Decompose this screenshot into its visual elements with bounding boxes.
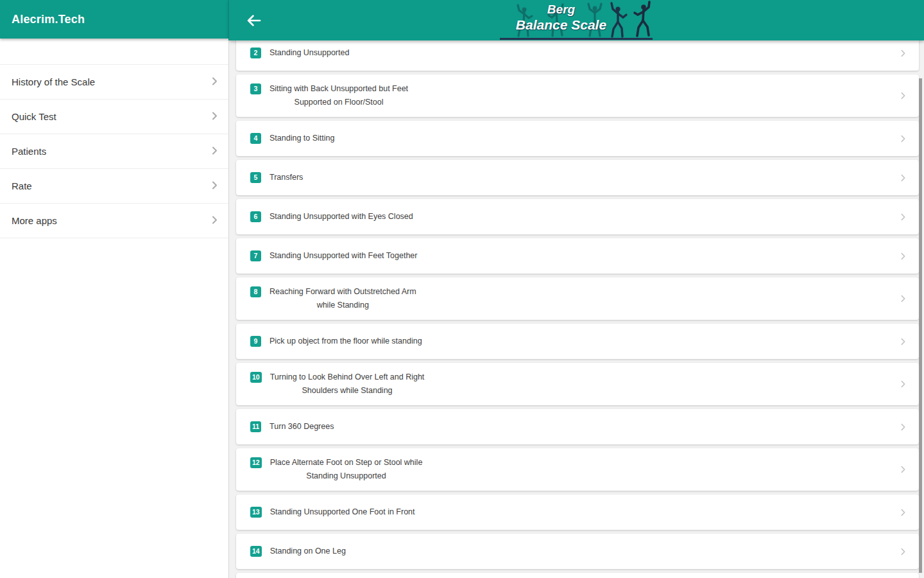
- chevron-right-icon: [899, 508, 907, 516]
- chevron-right-icon: [210, 76, 219, 88]
- item-label: Standing Unsupported with Eyes Closed: [270, 210, 413, 223]
- item-number-badge: 14: [250, 546, 262, 557]
- list-item[interactable]: 12 Place Alternate Foot on Step or Stool…: [236, 448, 919, 491]
- main-pane: Berg Balance Scale 2 Standing Unsupporte…: [229, 0, 924, 578]
- item-label: Standing Unsupported: [270, 46, 349, 60]
- chevron-right-icon: [899, 295, 907, 303]
- list-item-partial: [236, 573, 919, 578]
- sidebar-item-label: Quick Test: [12, 111, 56, 122]
- item-label: Transfers: [270, 171, 303, 184]
- chevron-right-icon: [899, 173, 907, 182]
- sidebar-item-label: History of the Scale: [12, 76, 95, 87]
- logo-title: Berg Balance Scale: [499, 3, 624, 33]
- item-number-badge: 13: [250, 507, 262, 518]
- list-item[interactable]: 13 Standing Unsupported One Foot in Fron…: [236, 495, 919, 530]
- arrow-left-icon: [245, 21, 262, 31]
- item-label: Pick up object from the floor while stan…: [270, 335, 422, 348]
- chevron-right-icon: [210, 111, 219, 123]
- item-label: Reaching Forward with Outstretched Arm w…: [270, 285, 416, 312]
- sidebar-menu-item[interactable]: Rate: [0, 168, 228, 203]
- chevron-right-icon: [899, 423, 907, 431]
- logo-underline: [500, 38, 653, 40]
- app-root: Alecrim.Tech History of the Scale Quick …: [0, 0, 924, 578]
- sidebar-menu-item[interactable]: Quick Test: [0, 99, 228, 134]
- app-logo: Berg Balance Scale: [499, 0, 655, 40]
- chevron-right-icon: [899, 252, 907, 260]
- sidebar: Alecrim.Tech History of the Scale Quick …: [0, 0, 228, 578]
- item-number-badge: 12: [250, 457, 262, 468]
- item-label: Place Alternate Foot on Step or Stool wh…: [270, 456, 423, 483]
- list-item[interactable]: 7 Standing Unsupported with Feet Togethe…: [236, 238, 919, 274]
- sidebar-menu-item[interactable]: Patients: [0, 134, 228, 168]
- item-label: Standing to Sitting: [270, 132, 334, 145]
- list-item[interactable]: 8 Reaching Forward with Outstretched Arm…: [236, 277, 919, 320]
- list-item[interactable]: 3 Sitting with Back Unsupported but Feet…: [236, 74, 919, 117]
- chevron-right-icon: [210, 215, 219, 227]
- logo-line2: Balance Scale: [499, 17, 624, 33]
- item-number-badge: 7: [250, 250, 261, 261]
- item-number-badge: 9: [250, 336, 261, 347]
- list-item[interactable]: 11 Turn 360 Degrees: [236, 409, 919, 444]
- app-title: Alecrim.Tech: [12, 13, 85, 26]
- sidebar-item-label: Patients: [12, 146, 46, 157]
- item-label: Sitting with Back Unsupported but Feet S…: [270, 82, 408, 109]
- item-number-badge: 4: [250, 133, 261, 144]
- list-item[interactable]: 14 Standing on One Leg: [236, 534, 919, 569]
- item-label: Standing Unsupported with Feet Together: [270, 249, 417, 263]
- chevron-right-icon: [899, 337, 907, 346]
- item-label: Turning to Look Behind Over Left and Rig…: [270, 371, 425, 398]
- list-item[interactable]: 10 Turning to Look Behind Over Left and …: [236, 363, 919, 405]
- item-list: 2 Standing Unsupported 3 Sitting with Ba…: [229, 40, 924, 578]
- item-number-badge: 2: [250, 48, 261, 58]
- chevron-right-icon: [210, 180, 219, 192]
- chevron-right-icon: [899, 380, 907, 389]
- list-item[interactable]: 4 Standing to Sitting: [236, 121, 919, 156]
- list-item[interactable]: 6 Standing Unsupported with Eyes Closed: [236, 199, 919, 234]
- chevron-right-icon: [210, 146, 219, 157]
- item-number-badge: 3: [250, 83, 261, 94]
- back-button[interactable]: [243, 9, 265, 31]
- item-number-badge: 8: [250, 286, 261, 297]
- sidebar-menu: History of the Scale Quick Test Patients: [0, 64, 228, 238]
- item-number-badge: 5: [250, 172, 261, 183]
- sidebar-item-label: More apps: [12, 215, 57, 226]
- sidebar-header: Alecrim.Tech: [0, 0, 228, 39]
- pane-divider: [228, 0, 229, 578]
- item-number-badge: 11: [250, 421, 261, 432]
- item-label: Standing on One Leg: [270, 545, 346, 558]
- item-number-badge: 10: [250, 372, 262, 383]
- list-item[interactable]: 9 Pick up object from the floor while st…: [236, 324, 919, 359]
- chevron-right-icon: [899, 49, 907, 57]
- list-item[interactable]: 2 Standing Unsupported: [236, 40, 919, 71]
- main-header: Berg Balance Scale: [229, 0, 924, 40]
- chevron-right-icon: [899, 547, 907, 556]
- chevron-right-icon: [899, 213, 907, 221]
- chevron-right-icon: [899, 134, 907, 143]
- scrollbar[interactable]: [919, 78, 922, 573]
- item-number-badge: 6: [250, 211, 261, 222]
- item-label: Standing Unsupported One Foot in Front: [270, 505, 415, 519]
- sidebar-menu-item[interactable]: More apps: [0, 203, 228, 238]
- sidebar-menu-item[interactable]: History of the Scale: [0, 64, 228, 99]
- chevron-right-icon: [899, 92, 907, 100]
- logo-line1: Berg: [499, 3, 624, 17]
- chevron-right-icon: [899, 466, 907, 474]
- sidebar-item-label: Rate: [12, 180, 32, 191]
- item-label: Turn 360 Degrees: [270, 420, 334, 434]
- list-item[interactable]: 5 Transfers: [236, 160, 919, 195]
- header-divider: [228, 0, 229, 40]
